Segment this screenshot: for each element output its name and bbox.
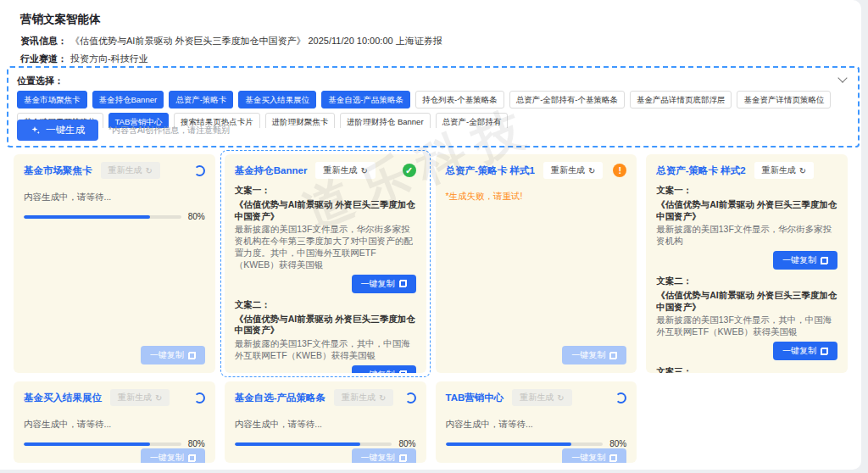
generate-row: 一键生成 *内容含AI创作信息，请注意甄别 — [17, 120, 230, 141]
option-fund-asset-detail-slot[interactable]: 基金资产详情页策略位 — [737, 91, 831, 109]
copy-section-body: 最新披露的美国13F文件显示，华尔街多家投资机构在今年第三季度加大了对中国资产的… — [235, 224, 416, 270]
copy-label: 一键复制 — [782, 345, 816, 357]
option-holding-list-strip[interactable]: 持仓列表-个基策略条 — [415, 91, 504, 109]
copy-label: 一键复制 — [571, 452, 605, 463]
regenerate-label: 重新生成 — [342, 392, 376, 403]
copy-label: 一键复制 — [782, 254, 816, 266]
copy-button[interactable]: 一键复制 — [352, 365, 416, 373]
card-tab-marketing-center: TAB营销中心 重新生成 ↻ 内容生成中，请等待... 80% 一键复制 — [436, 381, 637, 463]
sparkle-icon — [31, 125, 41, 136]
progress-percent: 80% — [609, 439, 626, 448]
industry-line: 行业赛道：投资方向-科技行业 — [20, 53, 148, 65]
copy-label: 一键复制 — [361, 369, 395, 373]
regenerate-label: 重新生成 — [108, 164, 142, 176]
copy-section-2: 文案二： 《估值优势与AI前景驱动 外资巨头三季度加仓中国资产》 最新披露的美国… — [656, 270, 837, 360]
regenerate-button[interactable]: 重新生成 ↻ — [315, 162, 375, 179]
chevron-down-icon[interactable] — [837, 73, 847, 82]
warning-icon: ! — [613, 164, 626, 177]
loading-spinner-icon — [405, 392, 416, 403]
regenerate-button[interactable]: 重新生成 ↻ — [543, 162, 603, 179]
option-fund-watchlist-product-strip[interactable]: 基金自选-产品策略条 — [321, 91, 410, 109]
progress-row: 80% — [235, 439, 416, 448]
industry-value: 投资方向-科技行业 — [70, 53, 148, 64]
regenerate-button[interactable]: 重新生成 ↻ — [754, 162, 814, 179]
card-fund-watchlist-strip: 基金自选-产品策略条 重新生成 ↻ 内容生成中，请等待... 80% 一键复制 — [225, 381, 426, 463]
option-total-asset-all-holding[interactable]: 总资产-全部持有 — [436, 113, 509, 128]
regenerate-label: 重新生成 — [118, 392, 152, 403]
copy-icon — [609, 352, 617, 359]
copy-icon — [821, 257, 828, 264]
option-advanced-wealth-focus-card[interactable]: 进阶理财聚焦卡 — [265, 113, 336, 128]
generate-button[interactable]: 一键生成 — [17, 120, 98, 141]
refresh-icon: ↻ — [360, 166, 367, 175]
industry-label: 行业赛道： — [20, 53, 67, 64]
generating-text: 内容生成中，请等待... — [24, 419, 205, 431]
loading-spinner-icon — [194, 165, 205, 176]
progress-percent: 80% — [188, 212, 205, 221]
page-title: 营销文案智能体 — [20, 12, 101, 27]
copy-button[interactable]: 一键复制 — [352, 448, 416, 463]
copy-section-1: 文案一： 《估值优势与AI前景驱动 外资巨头三季度加仓中国资产》 最新披露的美国… — [656, 179, 837, 270]
copy-label: 一键复制 — [150, 452, 184, 463]
progress-row: 80% — [24, 439, 205, 448]
progress-fill — [235, 442, 361, 446]
copy-button[interactable]: 一键复制 — [141, 346, 205, 364]
regenerate-label: 重新生成 — [520, 392, 554, 403]
option-total-asset-all-holding-strip[interactable]: 总资产-全部持有-个基策略条 — [509, 91, 625, 109]
ai-content-notice: *内容含AI创作信息，请注意甄别 — [108, 125, 230, 136]
main-panel: 营销文案智能体 资讯信息：《估值优势与AI前景驱动 外资巨头三季度加仓中国资产》… — [0, 0, 861, 470]
card-title: 基金持仓Banner — [235, 164, 308, 177]
regenerate-button[interactable]: 重新生成 ↻ — [110, 389, 170, 406]
copy-button[interactable]: 一键复制 — [773, 342, 837, 360]
copy-icon — [188, 352, 196, 359]
copy-section-heading: 文案二： — [235, 299, 416, 311]
option-fund-buy-result-slot[interactable]: 基金买入结果展位 — [238, 91, 316, 109]
progress-fill — [24, 215, 150, 219]
loading-spinner-icon — [194, 392, 205, 403]
copy-button[interactable]: 一键复制 — [141, 448, 205, 463]
option-fund-holding-banner[interactable]: 基金持仓Banner — [92, 91, 164, 109]
copy-section-1: 文案一： 《估值优势与AI前景驱动 外资巨头三季度加仓中国资产》 最新披露的美国… — [235, 179, 416, 293]
copy-section-heading: 文案二： — [656, 275, 837, 287]
news-info-value: 《估值优势与AI前景驱动 外资巨头三季度加仓中国资产》 2025/11/20 1… — [70, 36, 442, 46]
copy-label: 一键复制 — [150, 349, 184, 361]
copy-section-title: 《估值优势与AI前景驱动 外资巨头三季度加仓中国资产》 — [235, 199, 416, 222]
progress-bar — [24, 215, 181, 219]
copy-section-heading: 文案三： — [656, 366, 837, 373]
generating-text: 内容生成中，请等待... — [235, 419, 416, 431]
copy-icon — [609, 454, 617, 462]
copy-icon — [399, 280, 407, 287]
copy-section-title: 《估值优势与AI前景驱动 外资巨头三季度加仓中国资产》 — [656, 290, 837, 313]
generation-failed-text: *生成失败，请重试! — [446, 191, 627, 203]
card-total-asset-style1: 总资产-策略卡 样式1 重新生成 ↻ ! *生成失败，请重试! 一键复制 — [436, 154, 637, 373]
generating-text: 内容生成中，请等待... — [446, 419, 627, 431]
card-fund-holding-banner: 基金持仓Banner 重新生成 ↻ ✓ 文案一： 《估值优势与AI前景驱动 外资… — [225, 154, 426, 373]
card-title: 基金自选-产品策略条 — [235, 392, 326, 404]
copy-button[interactable]: 一键复制 — [562, 448, 626, 463]
regenerate-button[interactable]: 重新生成 ↻ — [512, 389, 571, 406]
option-fund-detail-bottom-layer[interactable]: 基金产品详情页底部浮层 — [630, 91, 732, 109]
refresh-icon: ↻ — [146, 166, 153, 175]
loading-spinner-icon — [615, 392, 626, 403]
option-fund-market-focus-card[interactable]: 基金市场聚焦卡 — [17, 91, 87, 109]
copy-button[interactable]: 一键复制 — [562, 346, 626, 364]
refresh-icon: ↻ — [799, 166, 806, 175]
check-icon: ✓ — [403, 164, 416, 177]
card-title: 基金买入结果展位 — [24, 392, 102, 404]
option-total-asset-strategy-card[interactable]: 总资产-策略卡 — [169, 91, 233, 109]
card-title: TAB营销中心 — [446, 392, 504, 404]
position-selector-section: 位置选择： 基金市场聚焦卡 基金持仓Banner 总资产-策略卡 基金买入结果展… — [7, 66, 860, 147]
progress-percent: 80% — [188, 439, 205, 448]
copy-button[interactable]: 一键复制 — [773, 251, 837, 270]
option-advanced-wealth-holding-banner[interactable]: 进阶理财持仓 Banner — [340, 113, 430, 128]
regenerate-button[interactable]: 重新生成 ↻ — [334, 389, 393, 406]
position-selector-label: 位置选择： — [17, 75, 64, 86]
copy-section-body: 最新披露的美国13F文件显示，华尔街多家投资机构 — [656, 224, 837, 248]
copy-button[interactable]: 一键复制 — [352, 275, 416, 293]
regenerate-label: 重新生成 — [551, 164, 585, 176]
copy-label: 一键复制 — [361, 278, 395, 290]
card-fund-buy-result: 基金买入结果展位 重新生成 ↻ 内容生成中，请等待... 80% 一键复制 — [14, 381, 215, 463]
news-info-label: 资讯信息： — [20, 36, 67, 46]
regenerate-button[interactable]: 重新生成 ↻ — [101, 162, 160, 179]
refresh-icon: ↻ — [588, 166, 595, 175]
